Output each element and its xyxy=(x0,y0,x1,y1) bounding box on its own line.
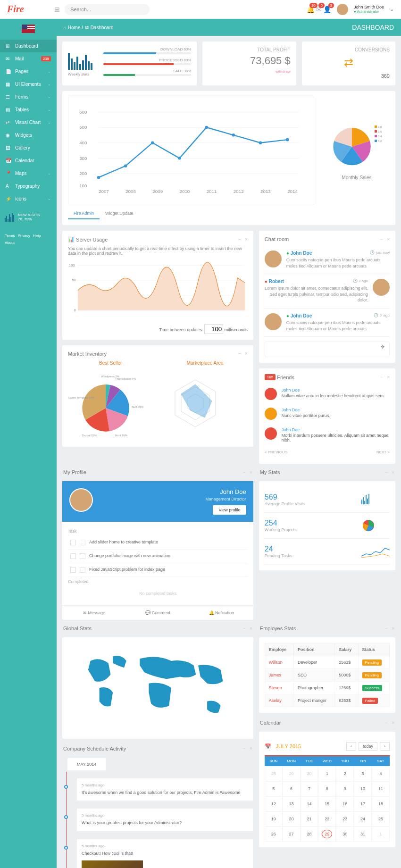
world-map[interactable] xyxy=(68,643,248,733)
calendar-cell[interactable]: 24 xyxy=(354,811,372,826)
calendar-cell[interactable]: 23 xyxy=(336,811,354,826)
minimize-icon[interactable]: − xyxy=(243,470,246,475)
calendar-cell[interactable]: 1 xyxy=(318,766,336,781)
calendar-cell[interactable]: 10 xyxy=(354,781,372,796)
checkbox[interactable] xyxy=(70,553,76,559)
notif-icon[interactable]: ✉5 xyxy=(316,6,322,13)
avatar[interactable] xyxy=(337,4,348,15)
checkbox[interactable] xyxy=(70,567,76,573)
calendar-cell[interactable]: 5 xyxy=(265,781,283,796)
nav-pages[interactable]: 📄 Pages ⌄ xyxy=(0,65,57,78)
close-icon[interactable]: × xyxy=(392,720,394,726)
task-item[interactable]: Fixed JavaScript problem for index page xyxy=(68,563,248,577)
calendar-cell[interactable]: 28 xyxy=(301,826,318,842)
minimize-icon[interactable]: − xyxy=(385,626,388,631)
calendar-cell[interactable]: 6 xyxy=(283,781,301,796)
calendar-cell[interactable]: 11 xyxy=(372,781,390,796)
nav-forms[interactable]: ☰ Forms ⌄ xyxy=(0,91,57,103)
calendar-cell[interactable]: 26 xyxy=(265,826,283,842)
calendar-cell[interactable]: 14 xyxy=(301,796,318,811)
friends-prev[interactable]: < PREVIOUS xyxy=(265,450,287,454)
checkbox[interactable] xyxy=(70,540,76,545)
task-item[interactable]: Add slider home to creative template xyxy=(68,536,248,550)
close-icon[interactable]: × xyxy=(245,237,248,242)
send-icon[interactable]: ✈ xyxy=(381,344,385,350)
calendar-cell[interactable]: 28 xyxy=(265,766,283,781)
calendar-cell[interactable]: 9 xyxy=(336,781,354,796)
search-input[interactable] xyxy=(65,4,150,15)
breadcrumb-page[interactable]: 🖥 Dashboard xyxy=(84,25,114,30)
cal-prev[interactable]: ‹ xyxy=(346,742,356,751)
calendar-cell[interactable]: 16 xyxy=(336,796,354,811)
minimize-icon[interactable]: − xyxy=(385,720,388,726)
calendar-cell[interactable]: 25 xyxy=(372,811,390,826)
calendar-cell[interactable]: 13 xyxy=(283,796,301,811)
notif-icon[interactable]: 👤3 xyxy=(323,6,331,13)
friend-item[interactable]: John DoeNullam vitae arcu in leo molesti… xyxy=(265,384,390,404)
profile-action[interactable]: 🔔 Nofication xyxy=(190,606,253,620)
nav-typography[interactable]: A Typography xyxy=(0,180,57,192)
profile-action[interactable]: 💬 Comment xyxy=(126,606,190,620)
friend-item[interactable]: John DoeNunc vitae porttitor purus. xyxy=(265,404,390,424)
calendar-cell[interactable]: 21 xyxy=(301,811,318,826)
calendar-cell[interactable]: 31 xyxy=(354,826,372,842)
nav-mail[interactable]: ✉ Mail 235 xyxy=(0,52,57,65)
sidebar-link[interactable]: Terms xyxy=(5,234,15,238)
minimize-icon[interactable]: − xyxy=(238,237,241,242)
calendar-cell[interactable]: 19 xyxy=(265,811,283,826)
calendar-cell[interactable]: 4 xyxy=(372,766,390,781)
chevron-down-icon[interactable]: ⌄ xyxy=(390,6,394,12)
calendar-cell[interactable]: 15 xyxy=(318,796,336,811)
close-icon[interactable]: × xyxy=(250,626,252,631)
tab-fire-admin[interactable]: Fire Admin xyxy=(68,208,100,219)
friend-item[interactable]: John DoeMorbi interdum posuere ultricies… xyxy=(265,424,390,446)
task-item[interactable]: Change portfolio image with new animatio… xyxy=(68,550,248,563)
calendar-cell[interactable]: 30 xyxy=(301,766,318,781)
checkbox[interactable] xyxy=(80,553,85,559)
nav-tables[interactable]: ▤ Tables ⌄ xyxy=(0,103,57,116)
friends-next[interactable]: NEXT > xyxy=(376,450,390,454)
profile-action[interactable]: ✉ Message xyxy=(62,606,126,620)
cal-next[interactable]: › xyxy=(380,742,390,751)
close-icon[interactable]: × xyxy=(392,470,394,475)
minimize-icon[interactable]: − xyxy=(385,470,388,475)
close-icon[interactable]: × xyxy=(245,351,248,356)
nav-ui-elements[interactable]: ▦ UI Elements ⌄ xyxy=(0,78,57,91)
calendar-cell[interactable]: 30 xyxy=(336,826,354,842)
sidebar-link[interactable]: About xyxy=(5,241,15,245)
minimize-icon[interactable]: − xyxy=(243,746,246,751)
notif-icon[interactable]: 🔔10 xyxy=(307,6,315,13)
close-icon[interactable]: × xyxy=(387,237,390,242)
close-icon[interactable]: × xyxy=(250,746,252,751)
timeline-image[interactable] xyxy=(82,860,143,868)
nav-widgets[interactable]: ◉ Widgets xyxy=(0,129,57,142)
checkbox[interactable] xyxy=(80,567,85,573)
checkbox[interactable] xyxy=(80,540,85,545)
calendar-cell[interactable]: 1 xyxy=(372,826,390,842)
calendar-cell[interactable]: 17 xyxy=(354,796,372,811)
calendar-cell[interactable]: 18 xyxy=(372,796,390,811)
chat-input[interactable] xyxy=(265,342,390,357)
cal-today[interactable]: today xyxy=(359,742,377,751)
nav-icons[interactable]: ⚡ Icons ⌄ xyxy=(0,192,57,205)
nav-gallery[interactable]: 🖼 Gallery xyxy=(0,142,57,154)
nav-dashboard[interactable]: ⊞ Dashboard xyxy=(0,40,57,52)
minimize-icon[interactable]: − xyxy=(238,351,241,356)
breadcrumb-home[interactable]: ⌂ Home xyxy=(64,25,81,30)
calendar-cell[interactable]: 12 xyxy=(265,796,283,811)
calendar-cell[interactable]: 29 xyxy=(283,766,301,781)
tab-widget-update[interactable]: Widget Update xyxy=(100,208,139,219)
calendar-cell[interactable]: 7 xyxy=(301,781,318,796)
minimize-icon[interactable]: − xyxy=(243,626,246,631)
sidebar-link[interactable]: Help xyxy=(33,234,41,238)
calendar-cell[interactable]: 27 xyxy=(283,826,301,842)
view-profile-button[interactable]: View profile xyxy=(213,505,246,515)
logo[interactable]: Fire xyxy=(7,4,54,15)
nav-visual-chart[interactable]: ⇄ Visual Chart ⌄ xyxy=(0,116,57,129)
flag-selector[interactable] xyxy=(0,19,57,40)
calendar-cell[interactable]: 3 xyxy=(354,766,372,781)
calendar-cell[interactable]: 8 xyxy=(318,781,336,796)
minimize-icon[interactable]: − xyxy=(380,237,383,242)
calendar-cell[interactable]: 20 xyxy=(283,811,301,826)
update-input[interactable] xyxy=(204,324,223,334)
